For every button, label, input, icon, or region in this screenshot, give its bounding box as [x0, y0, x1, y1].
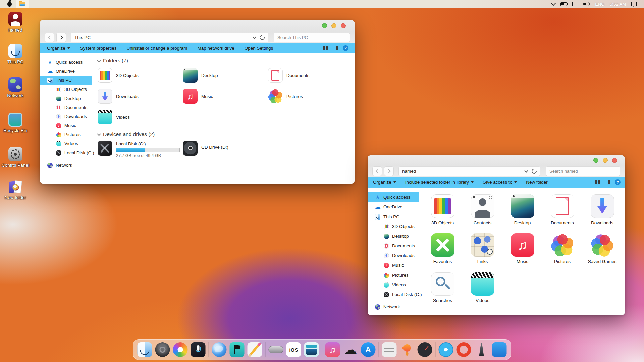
sidebar-item-this-pc[interactable]: This PC [368, 212, 419, 222]
refresh-icon[interactable] [259, 34, 266, 41]
sidebar-item-network[interactable]: Network [40, 161, 92, 170]
sidebar-item-documents[interactable]: Documents [40, 103, 92, 112]
dock-color-pinwheel-icon[interactable] [173, 342, 188, 357]
preview-pane-button[interactable] [605, 180, 610, 184]
dock-hard-drive-icon[interactable] [269, 342, 283, 357]
new-folder-command[interactable]: New folder [526, 180, 548, 185]
item-3d-objects[interactable]: 3D Objects [423, 194, 463, 233]
item-downloads[interactable]: Downloads [582, 194, 622, 233]
sidebar-item-desktop[interactable]: Desktop [40, 94, 92, 103]
battery-icon[interactable] [560, 2, 567, 6]
desktop-icon-hamed[interactable]: hamed [0, 12, 31, 33]
dock-blue-dot-app-icon[interactable] [439, 342, 453, 357]
dock-music-app-icon[interactable]: ♫ [325, 342, 340, 357]
organize-menu[interactable]: Organize [47, 46, 70, 51]
search-box[interactable]: Search This PC [274, 33, 350, 42]
address-bar[interactable]: hamed [398, 166, 540, 176]
sidebar-item-onedrive[interactable]: ☁OneDrive [40, 67, 92, 76]
desktop-icon-network[interactable]: Network [0, 77, 31, 98]
devices-section-header[interactable]: Devices and drives (2) [98, 131, 355, 137]
include-in-library-menu[interactable]: Include selected folder in library [405, 180, 474, 185]
desktop-icon-recycle-bin[interactable]: Recycle Bin [0, 113, 31, 133]
give-access-menu[interactable]: Give access to [483, 180, 517, 185]
sidebar-item-music[interactable]: ♪Music [40, 121, 92, 130]
dock-pencil-editor-icon[interactable] [248, 342, 262, 357]
item-pictures[interactable]: Pictures [542, 233, 582, 272]
forward-button[interactable] [384, 166, 394, 176]
clock[interactable]: 5:52 AM [610, 2, 626, 7]
refresh-icon[interactable] [531, 167, 538, 174]
item-searches[interactable]: Searches [423, 272, 463, 311]
dock-gauge-dashboard-icon[interactable] [418, 342, 432, 357]
folder-tile-desktop[interactable]: Desktop [183, 67, 268, 84]
folder-tile-3d-objects[interactable]: 3D Objects [98, 67, 183, 84]
back-button[interactable] [372, 166, 382, 176]
language-indicator[interactable]: ENG [595, 2, 604, 7]
folder-tile-pictures[interactable]: Pictures [268, 88, 353, 105]
sidebar-item-quick-access[interactable]: ★Quick access [40, 58, 92, 67]
folder-tile-music[interactable]: ♫Music [183, 88, 268, 105]
item-contacts[interactable]: Contacts [463, 194, 502, 233]
system-properties-command[interactable]: System properties [80, 46, 117, 51]
volume-icon[interactable] [583, 2, 590, 6]
item-videos[interactable]: Videos [463, 272, 502, 311]
change-view-button[interactable] [323, 46, 328, 50]
uninstall-program-command[interactable]: Uninstall or change a program [127, 46, 187, 51]
title-bar[interactable] [368, 155, 625, 165]
title-bar[interactable] [40, 20, 355, 32]
back-button[interactable] [45, 33, 54, 42]
dock-stacks-icon[interactable] [304, 342, 319, 357]
dock-notes-icon[interactable] [382, 342, 397, 357]
apple-menu-icon[interactable] [7, 2, 12, 7]
notification-center-icon[interactable] [631, 2, 637, 6]
drive-tile-cd[interactable]: CD Drive (D:) [183, 141, 268, 158]
folder-tile-videos[interactable]: Videos [98, 109, 183, 125]
dock-antenna-tower-icon[interactable] [474, 342, 489, 357]
sidebar-item-downloads[interactable]: Downloads [368, 251, 419, 260]
sidebar-item-pictures[interactable]: Pictures [368, 270, 419, 280]
network-display-icon[interactable] [572, 2, 578, 6]
minimize-button[interactable] [603, 158, 608, 163]
organize-menu[interactable]: Organize [373, 180, 396, 185]
dock-finder-icon[interactable] [138, 342, 152, 357]
close-button[interactable] [341, 23, 346, 28]
item-documents[interactable]: Documents [542, 194, 582, 233]
folders-section-header[interactable]: Folders (7) [98, 58, 355, 64]
dock-globe-browser-icon[interactable] [212, 342, 227, 357]
drive-tile-local-disk[interactable]: Local Disk (C:) 27.7 GB free of 49.4 GB [98, 141, 183, 158]
folder-tile-downloads[interactable]: Downloads [98, 88, 183, 105]
item-favorites[interactable]: Favorites [423, 233, 463, 272]
dock-siri-microphone-icon[interactable] [191, 342, 206, 357]
preview-pane-button[interactable] [333, 46, 338, 50]
help-button[interactable]: ? [343, 45, 348, 51]
sidebar-item-3d-objects[interactable]: 3D Objects [368, 222, 419, 231]
forward-button[interactable] [56, 33, 66, 42]
sidebar-item-local-disk[interactable]: Local Disk (C:) [368, 290, 419, 299]
sidebar-item-videos[interactable]: Videos [368, 280, 419, 290]
item-music[interactable]: ♫Music [502, 233, 542, 272]
dock-flag-app-icon[interactable] [230, 342, 245, 357]
dock-settings-knob-icon[interactable] [155, 342, 170, 357]
dock-red-ring-app-icon[interactable] [457, 342, 471, 357]
help-button[interactable]: ? [615, 179, 621, 185]
folder-tile-documents[interactable]: Documents [268, 67, 353, 84]
sidebar-item-music[interactable]: ♪Music [368, 260, 419, 270]
item-saved-games[interactable]: Saved Games [582, 233, 622, 272]
item-desktop[interactable]: Desktop [502, 194, 542, 233]
open-settings-command[interactable]: Open Settings [245, 46, 273, 51]
address-dropdown-icon[interactable] [252, 35, 256, 39]
desktop-icon-control-panel[interactable]: Control Panel [0, 147, 31, 168]
sidebar-item-local-disk[interactable]: Local Disk (C:) [40, 148, 92, 157]
sidebar-item-3d-objects[interactable]: 3D Objects [40, 85, 92, 94]
map-network-drive-command[interactable]: Map network drive [197, 46, 234, 51]
dock-cloud-app-icon[interactable]: ☁ [343, 342, 358, 357]
dock-app-store-icon[interactable]: A [361, 342, 376, 357]
dock-ios-app-icon[interactable]: iOS [286, 342, 301, 357]
search-box[interactable]: Search hamed [546, 166, 620, 176]
sidebar-item-videos[interactable]: Videos [40, 139, 92, 148]
desktop-icon-new-folder[interactable]: New folder [0, 180, 31, 200]
desktop-icon-this-pc[interactable]: This PC [0, 44, 31, 65]
change-view-button[interactable] [595, 180, 600, 184]
zoom-button[interactable] [322, 23, 327, 28]
zoom-button[interactable] [593, 158, 598, 163]
